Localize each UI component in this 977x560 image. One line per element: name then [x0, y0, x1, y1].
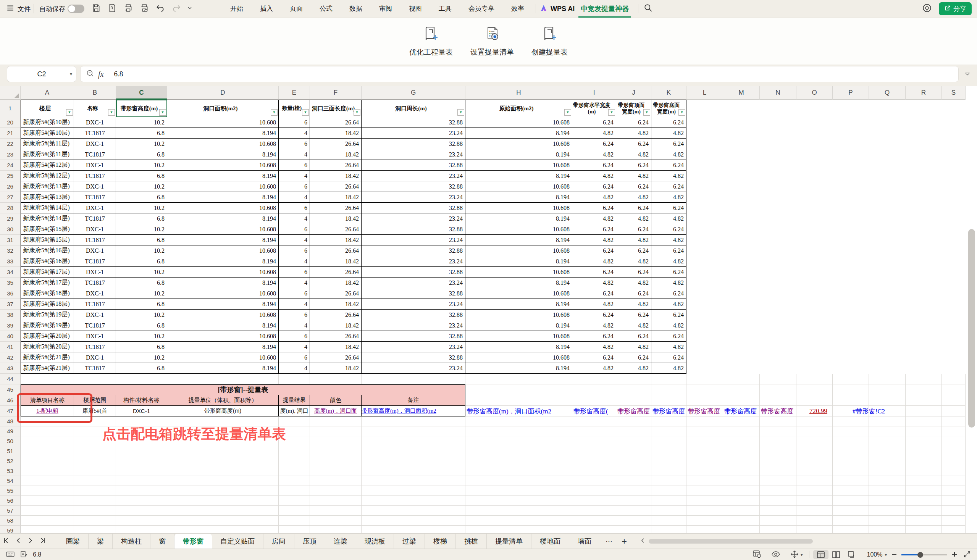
empty-cell[interactable]: [833, 374, 869, 384]
cell[interactable]: TC1817: [74, 192, 116, 203]
cell[interactable]: 8.194: [167, 213, 279, 224]
empty-cell[interactable]: [116, 506, 167, 516]
cell[interactable]: 10.608: [465, 181, 572, 192]
cell[interactable]: 新康府5#(第10层): [21, 117, 74, 128]
cell[interactable]: 18.42: [310, 192, 362, 203]
cell[interactable]: 4.82: [616, 213, 651, 224]
cell[interactable]: 10.2: [116, 352, 167, 363]
empty-cell[interactable]: [942, 466, 965, 476]
empty-cell[interactable]: [942, 476, 965, 486]
cell[interactable]: 4: [279, 128, 310, 138]
table-tools-icon[interactable]: [752, 550, 762, 560]
cell[interactable]: 4.82: [572, 171, 616, 181]
eye-icon[interactable]: [771, 550, 781, 560]
empty-cell[interactable]: [942, 436, 965, 446]
empty-cell[interactable]: [869, 395, 905, 406]
empty-cell[interactable]: [74, 476, 116, 486]
cell[interactable]: 18.42: [310, 342, 362, 352]
cell[interactable]: 23.24: [362, 128, 465, 138]
empty-cell[interactable]: [723, 374, 760, 384]
cell[interactable]: 23.24: [362, 149, 465, 160]
empty-cell[interactable]: [797, 476, 833, 486]
empty-cell[interactable]: [869, 374, 905, 384]
cell[interactable]: 6.24: [572, 224, 616, 235]
cell[interactable]: 8.194: [167, 299, 279, 310]
row-header-36[interactable]: 36: [0, 288, 21, 299]
cell[interactable]: 6.8: [116, 256, 167, 267]
empty-cell[interactable]: [465, 384, 572, 395]
empty-cell[interactable]: [797, 526, 833, 533]
empty-cell[interactable]: [465, 417, 572, 427]
cell[interactable]: 8.194: [167, 278, 279, 288]
empty-cell[interactable]: [723, 427, 760, 436]
cell[interactable]: 6.24: [651, 352, 687, 363]
ribbon-button-设置提量清单[interactable]: 设置提量清单: [467, 23, 518, 60]
empty-cell[interactable]: [279, 446, 310, 456]
column-header-C[interactable]: C: [116, 86, 167, 100]
sheet-tab-圈梁[interactable]: 圈梁: [58, 534, 88, 549]
empty-cell[interactable]: [465, 427, 572, 436]
cell[interactable]: 10.608: [465, 310, 572, 320]
chevron-down-icon[interactable]: ▾: [800, 552, 803, 557]
cell[interactable]: 6.24: [572, 331, 616, 342]
empty-cell[interactable]: [797, 506, 833, 516]
empty-cell[interactable]: [74, 486, 116, 496]
empty-cell[interactable]: [21, 476, 74, 486]
cell[interactable]: 26.64: [310, 224, 362, 235]
cell[interactable]: 6.24: [616, 138, 651, 149]
view-page-break-button[interactable]: [844, 550, 859, 559]
cell[interactable]: DXC-1: [74, 181, 116, 192]
empty-cell[interactable]: [21, 446, 74, 456]
sheet-tab-过梁[interactable]: 过梁: [394, 534, 425, 549]
empty-cell[interactable]: [21, 436, 74, 446]
empty-cell[interactable]: [687, 506, 723, 516]
cell[interactable]: 4.82: [572, 320, 616, 331]
empty-cell[interactable]: [651, 486, 687, 496]
empty-cell[interactable]: [167, 374, 279, 384]
empty-cell[interactable]: [21, 516, 74, 526]
menu-item-审阅[interactable]: 审阅: [371, 0, 400, 18]
empty-cell[interactable]: [869, 456, 905, 466]
cell[interactable]: 4.82: [651, 149, 687, 160]
column-header-I[interactable]: I: [572, 86, 616, 100]
row-header-32[interactable]: 32: [0, 245, 21, 256]
empty-cell[interactable]: [572, 496, 616, 506]
empty-cell[interactable]: [651, 374, 687, 384]
cell[interactable]: 6.8: [116, 278, 167, 288]
cell[interactable]: 6.24: [572, 181, 616, 192]
empty-cell[interactable]: [869, 526, 905, 533]
wps-ai-tab[interactable]: WPS AI: [539, 3, 575, 15]
menu-item-会员专享[interactable]: 会员专享: [460, 0, 503, 18]
empty-cell[interactable]: [572, 427, 616, 436]
empty-cell[interactable]: [797, 374, 833, 384]
cell[interactable]: 新康府5#(第13层): [21, 192, 74, 203]
row-header-41[interactable]: 41: [0, 342, 21, 352]
row-header-29[interactable]: 29: [0, 213, 21, 224]
empty-cell[interactable]: [723, 496, 760, 506]
column-header-G[interactable]: G: [362, 86, 465, 100]
empty-cell[interactable]: [687, 456, 723, 466]
empty-cell[interactable]: [167, 476, 279, 486]
row-header-49[interactable]: 49: [0, 427, 21, 436]
cell[interactable]: 10.608: [167, 203, 279, 213]
menu-item-数据[interactable]: 数据: [341, 0, 371, 18]
cell[interactable]: 6.8: [116, 342, 167, 352]
empty-cell[interactable]: [21, 374, 74, 384]
empty-cell[interactable]: [74, 496, 116, 506]
column-header-M[interactable]: M: [723, 86, 760, 100]
cell[interactable]: 4.82: [572, 235, 616, 245]
cell[interactable]: 6.8: [116, 299, 167, 310]
empty-cell[interactable]: [651, 506, 687, 516]
empty-cell[interactable]: [797, 436, 833, 446]
empty-cell[interactable]: [869, 384, 905, 395]
hyperlink-run[interactable]: 带形窗高度: [761, 406, 795, 417]
empty-cell[interactable]: [760, 516, 797, 526]
row-header-42[interactable]: 42: [0, 352, 21, 363]
cell[interactable]: 4: [279, 342, 310, 352]
empty-cell[interactable]: [651, 417, 687, 427]
cell[interactable]: 23.24: [362, 213, 465, 224]
cell[interactable]: 6: [279, 331, 310, 342]
zoom-slider[interactable]: [901, 554, 947, 555]
cell[interactable]: 6: [279, 310, 310, 320]
empty-cell[interactable]: [362, 526, 465, 533]
